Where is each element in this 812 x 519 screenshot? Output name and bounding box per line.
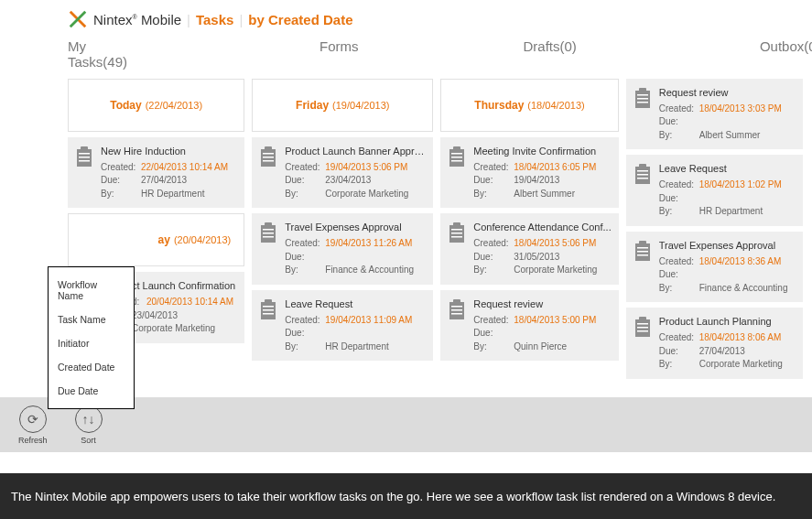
svg-rect-49 <box>637 254 648 256</box>
clipboard-icon <box>632 239 654 295</box>
svg-rect-38 <box>637 98 648 100</box>
task-card[interactable]: Request review Created:18/04/2013 5:00 P… <box>440 290 618 361</box>
header-bar: Nintex® Mobile | Tasks | by Created Date <box>0 0 812 37</box>
svg-rect-1 <box>81 146 88 151</box>
clipboard-icon <box>257 297 279 353</box>
svg-rect-21 <box>453 146 460 151</box>
clipboard-icon <box>632 315 654 371</box>
tab-strip: My Tasks(49) Forms Drafts(0) Outbox(0) <box>0 37 812 79</box>
svg-rect-39 <box>637 102 648 103</box>
svg-rect-36 <box>639 88 646 92</box>
breadcrumb-tasks[interactable]: Tasks <box>196 12 233 27</box>
clipboard-icon <box>257 145 279 200</box>
svg-rect-8 <box>263 157 274 158</box>
day-header: Today(22/04/2013) <box>68 79 244 132</box>
svg-rect-48 <box>637 251 648 253</box>
sort-option-workflow-name[interactable]: Workflow Name <box>49 273 134 308</box>
svg-rect-37 <box>637 94 648 96</box>
svg-rect-33 <box>451 309 462 311</box>
task-title: Product Launch Planning <box>659 315 796 330</box>
sort-menu: Workflow Name Task Name Initiator Create… <box>48 266 135 409</box>
svg-rect-54 <box>637 330 648 332</box>
svg-rect-27 <box>451 229 462 231</box>
svg-rect-19 <box>263 313 274 315</box>
task-title: Meeting Invite Confirmation <box>473 145 611 159</box>
svg-rect-14 <box>263 236 274 238</box>
breadcrumb-sort: by Created Date <box>248 12 352 27</box>
task-card[interactable]: Request review Created:18/04/2013 3:03 P… <box>626 79 803 149</box>
clipboard-icon <box>446 221 468 276</box>
tab-forms[interactable]: Forms <box>319 38 359 70</box>
day-header: ay(20/04/2013) <box>68 213 244 266</box>
task-title: Product Launch Banner Approval <box>285 145 426 159</box>
app-name: Nintex® Mobile <box>93 12 181 27</box>
task-card[interactable]: Leave Request Created:18/04/2013 1:02 PM… <box>626 155 803 225</box>
tab-my-tasks[interactable]: My Tasks(49) <box>68 38 127 70</box>
task-card[interactable]: Meeting Invite Confirmation Created:18/0… <box>440 137 618 208</box>
day-header: Thursday(18/04/2013) <box>440 79 618 132</box>
svg-rect-43 <box>637 174 648 176</box>
task-title: Travel Expenses Approval <box>285 221 426 235</box>
task-card[interactable]: Product Launch Banner Approval Created:1… <box>252 137 433 208</box>
task-title: Leave Request <box>659 162 796 177</box>
clipboard-icon <box>446 145 468 200</box>
svg-rect-7 <box>263 153 274 155</box>
clipboard-icon <box>632 86 654 142</box>
svg-rect-44 <box>637 178 648 179</box>
svg-rect-11 <box>265 222 272 227</box>
svg-rect-41 <box>639 164 646 168</box>
app-logo: Nintex® Mobile <box>68 9 181 29</box>
svg-rect-22 <box>451 153 462 155</box>
svg-rect-3 <box>79 157 90 158</box>
breadcrumb-divider: | <box>239 12 243 27</box>
svg-rect-46 <box>639 241 646 245</box>
tab-drafts[interactable]: Drafts(0) <box>524 38 577 70</box>
sort-option-created-date[interactable]: Created Date <box>49 355 134 379</box>
svg-rect-9 <box>263 160 274 162</box>
svg-rect-34 <box>451 313 462 315</box>
svg-rect-29 <box>451 236 462 238</box>
svg-rect-18 <box>263 309 274 311</box>
task-card[interactable]: Travel Expenses Approval Created:19/04/2… <box>252 213 433 284</box>
refresh-button[interactable]: ⟳ Refresh <box>18 405 48 445</box>
svg-rect-52 <box>637 323 648 325</box>
task-card[interactable]: Product Launch Planning Created:18/04/20… <box>626 308 803 378</box>
svg-rect-28 <box>451 232 462 234</box>
task-title: Travel Expenses Approval <box>659 239 796 254</box>
refresh-icon: ⟳ <box>19 405 47 433</box>
svg-rect-32 <box>451 306 462 308</box>
svg-rect-13 <box>263 232 274 234</box>
task-card[interactable]: Conference Attendance Conf... Created:18… <box>440 213 618 284</box>
task-title: New Hire Induction <box>101 145 237 159</box>
task-column: Thursday(18/04/2013) Meeting Invite Conf… <box>440 79 618 379</box>
svg-rect-16 <box>265 299 272 304</box>
svg-rect-47 <box>637 247 648 249</box>
nintex-logo-icon <box>68 9 88 29</box>
task-title: Request review <box>473 297 611 312</box>
sort-option-due-date[interactable]: Due Date <box>49 379 134 403</box>
svg-rect-42 <box>637 170 648 172</box>
svg-rect-4 <box>79 160 90 162</box>
svg-rect-12 <box>263 229 274 231</box>
tab-outbox[interactable]: Outbox(0) <box>760 38 812 70</box>
day-header: Friday(19/04/2013) <box>252 79 433 132</box>
breadcrumb-divider: | <box>187 12 190 27</box>
task-card[interactable]: Leave Request Created:19/04/2013 11:09 A… <box>252 290 433 361</box>
svg-rect-26 <box>453 222 460 227</box>
svg-rect-23 <box>451 157 462 158</box>
clipboard-icon <box>446 297 468 353</box>
svg-rect-6 <box>265 146 272 151</box>
svg-rect-51 <box>639 317 646 321</box>
task-column: Request review Created:18/04/2013 3:03 P… <box>626 79 803 379</box>
clipboard-icon <box>257 221 279 276</box>
caption-bar: The Nintex Mobile app empowers users to … <box>0 473 812 519</box>
sort-button[interactable]: ↑↓ Sort <box>75 405 103 445</box>
clipboard-icon <box>632 162 654 218</box>
sort-option-initiator[interactable]: Initiator <box>49 331 134 355</box>
svg-rect-24 <box>451 160 462 162</box>
sort-option-task-name[interactable]: Task Name <box>49 308 134 331</box>
task-card[interactable]: New Hire Induction Created:22/04/2013 10… <box>68 137 244 208</box>
svg-rect-2 <box>79 153 90 155</box>
clipboard-icon <box>73 145 95 200</box>
task-card[interactable]: Travel Expenses Approval Created:18/04/2… <box>626 232 803 302</box>
